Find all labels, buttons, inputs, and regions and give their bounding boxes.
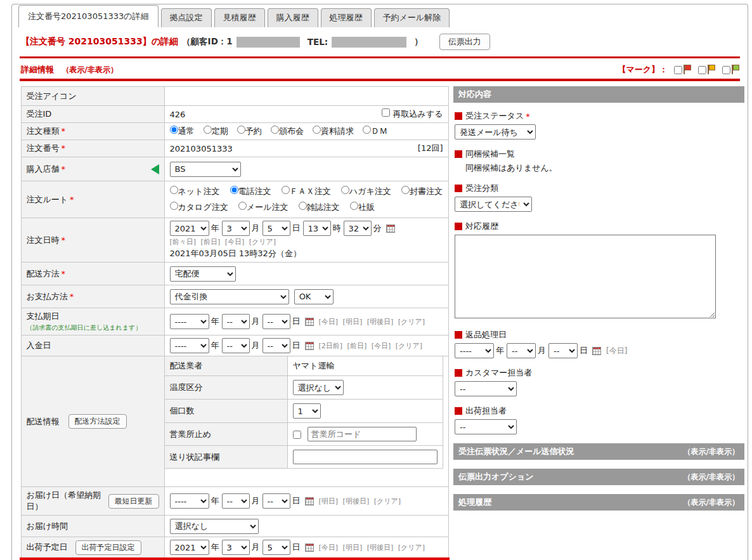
tab-purchase-history[interactable]: 購入履歴	[268, 8, 318, 27]
toggle-link[interactable]: （表示/非表示）	[684, 497, 739, 508]
route-radio-catalog[interactable]: カタログ注文	[170, 202, 228, 212]
date-shortcut-link[interactable]: [クリア]	[396, 342, 422, 350]
calendar-icon[interactable]	[305, 497, 314, 505]
calendar-icon[interactable]	[305, 318, 314, 326]
slip-output-button[interactable]: 伝票出力	[439, 34, 490, 50]
date-shortcut-link[interactable]: [クリア]	[398, 544, 425, 552]
order-type-radio-reserve[interactable]: 予約	[237, 126, 262, 136]
return-month-select[interactable]: --	[507, 343, 536, 358]
toggle-link[interactable]: （表示/非表示）	[684, 446, 739, 457]
shipping-rep-select[interactable]: --	[455, 419, 517, 434]
mark-red[interactable]	[674, 65, 692, 75]
tab-base-settings[interactable]: 拠点設定	[161, 8, 212, 27]
payment-status-select[interactable]: OK	[294, 289, 334, 304]
date-shortcut-link[interactable]: [前日]	[201, 238, 221, 246]
date-shortcut-link[interactable]: [今日]	[319, 318, 339, 326]
date-shortcut-link[interactable]: [明日]	[343, 318, 363, 326]
date-shortcut-link[interactable]: [クリア]	[374, 497, 401, 505]
tab-process-history[interactable]: 処理履歴	[321, 8, 372, 27]
date-shortcut-link[interactable]: [明後日]	[343, 497, 370, 505]
office-hold-checkbox[interactable]	[293, 431, 301, 439]
calendar-icon[interactable]	[386, 225, 395, 233]
toggle-link[interactable]: （表示/非表示）	[684, 472, 739, 483]
order-type-radio-regular[interactable]: 定期	[204, 126, 228, 136]
section-header-process-history[interactable]: 処理履歴 （表示/非表示）	[453, 494, 744, 511]
order-type-radio-dm[interactable]: ＤＭ	[363, 126, 387, 136]
order-type-radio-material[interactable]: 資料請求	[313, 126, 354, 136]
order-minute-select[interactable]: 32	[344, 221, 372, 236]
date-shortcut-link[interactable]: [クリア]	[249, 238, 276, 246]
calendar-icon[interactable]	[305, 544, 314, 552]
route-radio-fax[interactable]: ＦＡＸ注文	[282, 186, 331, 196]
office-code-input[interactable]	[308, 427, 417, 441]
ship-date-setting-button[interactable]: 出荷予定日設定	[75, 540, 141, 555]
order-type-radio-normal[interactable]: 通常	[170, 126, 195, 136]
ship-year-select[interactable]: 2021	[170, 540, 209, 555]
order-month-select[interactable]: 3	[222, 221, 250, 236]
tab-reservation-mail-cancel[interactable]: 予約メール解除	[374, 8, 450, 27]
mark-green-checkbox[interactable]	[722, 66, 730, 74]
mark-yellow-checkbox[interactable]	[698, 66, 706, 74]
invoice-note-input[interactable]	[293, 450, 438, 464]
mark-yellow[interactable]	[698, 65, 716, 75]
due-day-select[interactable]: --	[263, 314, 290, 329]
date-shortcut-link[interactable]: [明日]	[343, 544, 363, 552]
purchase-store-select[interactable]: BS	[170, 162, 241, 177]
delivery-method-select[interactable]: 宅配便	[170, 266, 236, 282]
date-shortcut-link[interactable]: [前々日]	[170, 238, 197, 246]
detail-toggle-link[interactable]: （表示/非表示）	[62, 65, 118, 74]
due-year-select[interactable]: ----	[170, 314, 209, 329]
date-shortcut-link[interactable]: [今日]	[319, 544, 339, 552]
date-shortcut-link[interactable]: [今日]	[225, 238, 245, 246]
deposit-month-select[interactable]: --	[222, 338, 250, 353]
date-shortcut-link[interactable]: [クリア]	[398, 318, 425, 326]
route-radio-magazine[interactable]: 雑誌注文	[299, 202, 340, 212]
ship-day-select[interactable]: 5	[263, 540, 290, 555]
reimport-checkbox[interactable]	[382, 108, 390, 117]
earliest-date-update-button[interactable]: 最短日更新	[108, 494, 159, 509]
customer-rep-select[interactable]: --	[455, 381, 517, 396]
delivery-day-select[interactable]: --	[263, 493, 290, 509]
date-shortcut-link[interactable]: [今日]	[372, 342, 391, 350]
calendar-icon[interactable]	[305, 342, 314, 350]
deposit-year-select[interactable]: ----	[170, 338, 209, 353]
calendar-icon[interactable]	[592, 347, 601, 355]
tab-quote-history[interactable]: 見積履歴	[214, 8, 265, 27]
date-shortcut-link[interactable]: [今日]	[606, 346, 627, 355]
order-year-select[interactable]: 2021	[170, 221, 209, 236]
response-history-textarea[interactable]	[455, 235, 716, 318]
delivery-year-select[interactable]: ----	[170, 493, 209, 509]
date-shortcut-link[interactable]: [明後日]	[367, 544, 394, 552]
route-radio-tel[interactable]: 電話注文	[230, 186, 271, 196]
date-shortcut-link[interactable]: [2日前]	[319, 342, 343, 350]
mark-red-checkbox[interactable]	[674, 66, 682, 74]
route-radio-internal[interactable]: 社販	[350, 202, 375, 212]
return-day-select[interactable]: --	[548, 343, 578, 358]
section-header-slip-output-options[interactable]: 伝票出力オプション （表示/非表示）	[453, 469, 744, 485]
deposit-day-select[interactable]: --	[263, 338, 290, 353]
route-radio-letter[interactable]: 封書注文	[401, 186, 443, 196]
package-count-select[interactable]: 1	[293, 403, 321, 419]
order-status-select[interactable]: 発送メール待ち	[455, 124, 536, 140]
tab-order-detail[interactable]: 注文番号202103051333の詳細	[18, 5, 159, 27]
temperature-select[interactable]: 選択なし	[293, 380, 344, 395]
route-radio-net[interactable]: ネット注文	[170, 186, 220, 196]
route-radio-postcard[interactable]: ハガキ注文	[341, 186, 391, 196]
due-month-select[interactable]: --	[222, 314, 250, 329]
order-class-select[interactable]: 選択してください	[455, 197, 532, 212]
return-year-select[interactable]: ----	[455, 343, 494, 358]
order-day-select[interactable]: 5	[263, 221, 290, 236]
shipping-method-setting-button[interactable]: 配送方法設定	[68, 414, 127, 429]
reimport-checkbox-label[interactable]: 再取込みする	[382, 108, 443, 120]
delivery-month-select[interactable]: --	[222, 493, 250, 509]
delivery-time-select[interactable]: 選択なし	[170, 519, 259, 534]
ship-month-select[interactable]: 3	[222, 540, 250, 555]
mark-green[interactable]	[722, 65, 740, 75]
date-shortcut-link[interactable]: [前日]	[347, 342, 367, 350]
payment-method-select[interactable]: 代金引換	[170, 289, 289, 304]
route-radio-mail[interactable]: メール注文	[238, 202, 288, 212]
order-hour-select[interactable]: 13	[303, 221, 331, 236]
date-shortcut-link[interactable]: [明後日]	[367, 318, 394, 326]
section-header-slip-mail-status[interactable]: 受注伝票状況／メール送信状況 （表示/非表示）	[453, 443, 744, 460]
order-type-radio-hanpukai[interactable]: 頒布会	[271, 126, 304, 136]
